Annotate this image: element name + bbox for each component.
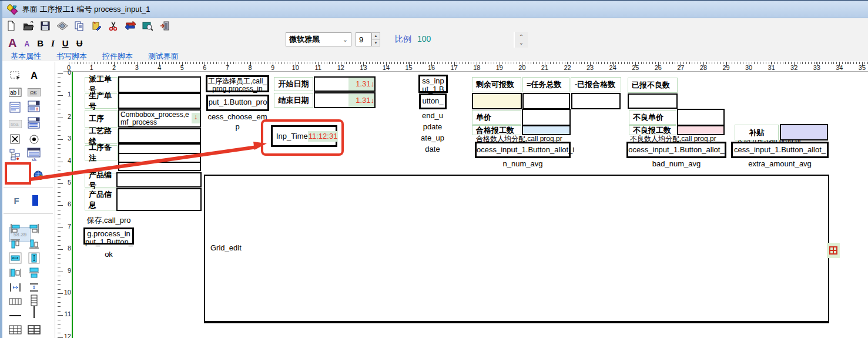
reported-good-input[interactable] — [571, 93, 621, 109]
datagrid-tool-icon[interactable]: sh. — [27, 148, 41, 162]
svg-text:sh.: sh. — [32, 158, 37, 162]
tab-test-ui[interactable]: 测试界面 — [148, 51, 179, 62]
space-vertical-icon[interactable] — [27, 280, 41, 295]
task-total-input[interactable] — [522, 93, 570, 109]
textbox-tool-icon[interactable]: ab — [8, 85, 22, 99]
center-vertical-icon[interactable] — [27, 251, 41, 265]
production-no-input[interactable] — [118, 93, 201, 109]
marquee-select-icon[interactable] — [8, 69, 22, 83]
tab-control-script[interactable]: 控件脚本 — [102, 51, 133, 62]
hruler-number: 28 — [698, 64, 709, 71]
spin-up-icon[interactable]: ▲ — [372, 33, 380, 40]
font-family-select[interactable]: 微软雅黑 ⌄ — [286, 32, 351, 46]
choose-emp-button-2[interactable]: put_1.Button_pro — [206, 95, 269, 111]
start-date-input[interactable]: 1.31↓ — [314, 76, 376, 92]
open-icon[interactable] — [22, 19, 35, 32]
spin-down-icon[interactable]: ▼ — [372, 40, 380, 46]
font-small-button[interactable]: A — [24, 39, 29, 49]
field-label-product-no: 产品编号 — [85, 173, 118, 188]
new-icon[interactable] — [5, 19, 18, 32]
vruler-number: 9 — [62, 267, 71, 274]
subsidy-input[interactable] — [780, 124, 828, 140]
ruler-horizontal: 0123456789101112131415161718192021222324… — [63, 62, 868, 72]
vertical-line-icon[interactable] — [27, 305, 41, 319]
end-update-button[interactable]: ss_inp ut_1.B — [418, 75, 448, 93]
swap-arrows-icon[interactable] — [124, 19, 137, 32]
columns-icon[interactable] — [8, 295, 22, 309]
process-note-textarea[interactable] — [118, 143, 201, 171]
copy-icon[interactable] — [73, 19, 86, 32]
memo-tool-icon[interactable] — [8, 101, 22, 115]
tree-tool-icon[interactable] — [8, 148, 22, 162]
grid-size-handle-icon[interactable] — [827, 243, 840, 258]
textarea-line — [119, 153, 200, 154]
field-label-production-no: 生产单号 — [85, 93, 118, 109]
cut-icon[interactable] — [107, 19, 120, 32]
font-tool-icon[interactable]: F — [9, 193, 24, 208]
end-date-input[interactable]: 1.31↓ — [314, 92, 376, 108]
annotation-source-box — [5, 162, 31, 185]
hruler-number: 12 — [335, 64, 347, 71]
scale-stepper[interactable]: ⌃⌄ — [514, 32, 528, 48]
align-top-icon[interactable] — [8, 237, 22, 251]
preview-icon[interactable] — [56, 19, 69, 32]
route-input[interactable] — [118, 128, 201, 143]
grid-edit-control[interactable]: Grid_edit — [204, 175, 829, 323]
font-size-input[interactable]: 9 — [356, 32, 371, 46]
combo-dropdown-arrow-icon[interactable]: ↓ — [192, 113, 200, 123]
refresh-globe-icon[interactable] — [32, 169, 46, 183]
hruler-number: 23 — [584, 64, 596, 71]
save-button[interactable]: g.process_in put_1.Button_ — [83, 227, 134, 245]
listbox-tool-icon[interactable] — [27, 116, 41, 130]
save-icon[interactable] — [39, 19, 52, 32]
bad-avg-caption: bad_num_avg — [626, 159, 726, 168]
bad-avg-button[interactable]: ocess_input_1.Button_allot_ — [626, 142, 726, 158]
unit-price-input[interactable] — [522, 109, 571, 126]
paste-icon[interactable] — [90, 19, 103, 32]
vruler-number: 6 — [62, 200, 71, 208]
end-update-button-2[interactable]: utton_ — [419, 93, 447, 109]
table-tool-icon[interactable] — [8, 323, 22, 337]
center-horizontal-icon[interactable] — [8, 251, 22, 265]
align-bottom-icon[interactable] — [27, 237, 41, 251]
combobox-tool-icon[interactable] — [27, 99, 41, 113]
horizontal-line-icon[interactable] — [8, 309, 22, 323]
process-combobox[interactable]: Combobox_process,emf_process ↓ — [118, 109, 201, 128]
font-size-stepper[interactable]: ▲▼ — [371, 32, 380, 46]
align-left-icon[interactable] — [8, 222, 22, 236]
color-tool-icon[interactable] — [28, 193, 42, 208]
underline-button[interactable]: U — [62, 38, 69, 49]
hruler-number: 34 — [833, 64, 845, 71]
align-right-icon[interactable] — [27, 222, 41, 236]
product-info-input[interactable] — [116, 188, 202, 211]
titlebar[interactable]: 界面 工序报工1 编号 process_input_1 — [2, 1, 868, 18]
radio-tool-icon[interactable] — [27, 132, 41, 146]
extra-avg-button[interactable]: cess_input_1.Button_allot_ — [731, 142, 829, 158]
hruler-number: 29 — [720, 64, 732, 71]
tab-write-script[interactable]: 书写脚本 — [56, 51, 87, 62]
tab-basic-properties[interactable]: 基本属性 — [11, 51, 41, 62]
dispatch-no-input[interactable] — [118, 76, 201, 93]
checkbox-tool-icon[interactable] — [8, 132, 22, 146]
strikethrough-button[interactable]: U — [76, 38, 83, 49]
same-height-icon[interactable] — [27, 266, 41, 280]
view-icon[interactable] — [141, 19, 154, 32]
disabled-text-tool-icon[interactable]: bba — [8, 117, 22, 131]
table2-tool-icon[interactable] — [27, 323, 41, 337]
choose-emp-line3: put_1.Button_pro — [208, 98, 267, 106]
good-avg-button[interactable]: ocess_input_1.Button_allot_i — [475, 142, 571, 158]
reported-bad-input[interactable] — [628, 93, 678, 109]
space-horizontal-icon[interactable] — [8, 280, 22, 295]
label-tool-icon[interactable]: A — [27, 69, 41, 83]
choose-emp-button[interactable]: 工序选择员工,call_ prog.process_in — [206, 75, 269, 92]
same-width-icon[interactable] — [8, 266, 22, 280]
font-color-button[interactable]: A — [8, 37, 16, 49]
bad-price-input[interactable] — [677, 109, 725, 126]
exit-icon[interactable] — [158, 19, 171, 32]
button-tool-icon[interactable]: OK — [27, 85, 41, 99]
remaining-qty-input[interactable] — [472, 93, 522, 109]
italic-button[interactable]: I — [51, 38, 55, 49]
bold-button[interactable]: B — [37, 38, 43, 49]
product-no-input[interactable] — [116, 172, 202, 188]
hruler-number: 27 — [675, 64, 686, 71]
